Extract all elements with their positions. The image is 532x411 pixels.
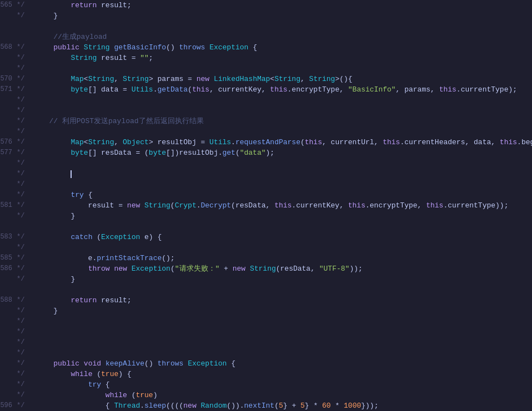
code-token: { [227, 358, 235, 369]
line-number: 585 [0, 253, 17, 263]
code-token [79, 42, 84, 53]
code-token: Thread [114, 400, 140, 411]
line-row: 585*/ [0, 253, 36, 263]
code-token: } * [305, 400, 322, 411]
code-line [36, 316, 532, 327]
code-line: } [36, 306, 532, 316]
code-token: Crypt [175, 200, 197, 211]
code-token: 5 [300, 400, 305, 411]
line-number: 576 [0, 137, 17, 148]
code-line [36, 126, 532, 137]
code-token: . [231, 137, 235, 148]
code-token [205, 42, 209, 53]
code-token: catch [71, 232, 92, 242]
code-token: . [153, 84, 158, 95]
line-marker: */ [17, 0, 32, 11]
code-token: , [114, 74, 123, 84]
code-token: byte [149, 148, 166, 158]
code-token: throws [158, 358, 184, 369]
code-token: . [140, 400, 144, 411]
code-token: { [36, 400, 114, 411]
line-marker: */ [17, 263, 32, 274]
line-row: */ [0, 348, 36, 358]
code-token: 1000 [344, 400, 361, 411]
code-line: catch (Exception e) { [36, 232, 532, 242]
code-token: Exception [101, 232, 140, 242]
code-token: e. [36, 253, 97, 263]
code-line: Map<String, Object> resultObj = Utils.re… [36, 137, 532, 148]
code-token: , [300, 74, 309, 84]
line-row: */ [0, 358, 36, 369]
code-token: this [270, 84, 287, 95]
line-row: */ [0, 105, 36, 116]
code-token [36, 232, 71, 242]
line-marker: */ [17, 253, 32, 263]
code-token: } [36, 274, 75, 285]
line-row: */ [0, 242, 36, 253]
code-token [101, 358, 106, 369]
code-token: ) { [118, 369, 131, 379]
line-marker: */ [17, 169, 32, 179]
code-token: * [331, 400, 344, 411]
code-token: (((( [166, 400, 183, 411]
code-token: "" [140, 53, 149, 63]
code-token [209, 74, 214, 84]
code-line: byte[] data = Utils.getData(this, curren… [36, 84, 532, 95]
code-token: .beginIndex, [517, 137, 532, 148]
line-row: */ [0, 211, 36, 221]
code-token: [])resultObj. [166, 148, 222, 158]
line-marker: */ [17, 126, 32, 137]
code-token [183, 358, 188, 369]
code-token: Exception [188, 358, 227, 369]
code-token: true [101, 369, 118, 379]
code-token: () [144, 358, 157, 369]
code-line [36, 337, 532, 348]
code-line: try { [36, 190, 532, 200]
line-number: 568 [0, 42, 17, 53]
code-token: printStackTrace [97, 253, 162, 263]
code-token: String [84, 42, 110, 53]
code-line [36, 242, 532, 253]
code-token [36, 295, 71, 306]
code-token: , currentKey, [209, 84, 270, 95]
code-token: Exception [209, 42, 248, 53]
line-number: 586 [0, 263, 17, 274]
line-row: 576*/ [0, 137, 36, 148]
code-line: Map<String, String> params = new LinkedH… [36, 74, 532, 84]
code-token: ()). [227, 400, 244, 411]
code-line: try { [36, 379, 532, 390]
line-row [0, 32, 36, 42]
code-token [36, 169, 71, 179]
code-token [36, 0, 71, 11]
code-token: { [248, 42, 257, 53]
code-token: } [36, 211, 75, 221]
line-row: 588*/ [0, 295, 36, 306]
line-row: 571*/ [0, 84, 36, 95]
code-token: this [348, 200, 365, 211]
line-row: */ [0, 116, 36, 126]
code-token: return [71, 0, 97, 11]
code-token: .currentHeaders, data, [400, 137, 499, 148]
code-token: String [88, 137, 114, 148]
code-token: result = [97, 53, 140, 63]
line-marker: */ [17, 400, 32, 411]
code-token [36, 190, 71, 200]
code-token: Utils [132, 84, 153, 95]
code-token: String [88, 74, 114, 84]
code-line: result = new String(Crypt.Decrypt(resDat… [36, 200, 532, 211]
line-marker: */ [17, 42, 32, 53]
code-token: })); [361, 400, 378, 411]
code-token: .currentKey, [292, 200, 348, 211]
code-token: ( [300, 137, 305, 148]
line-row: */ [0, 316, 36, 327]
code-token: } + [283, 400, 300, 411]
code-token: (resData, [276, 263, 319, 274]
code-token: 5 [279, 400, 283, 411]
code-line: return result; [36, 295, 532, 306]
code-line: throw new Exception("请求失败：" + new String… [36, 263, 532, 274]
code-token: ( [170, 200, 175, 211]
line-row: */ [0, 63, 36, 74]
line-marker: */ [17, 295, 32, 306]
code-token: ( [235, 148, 240, 158]
code-token [36, 390, 106, 400]
